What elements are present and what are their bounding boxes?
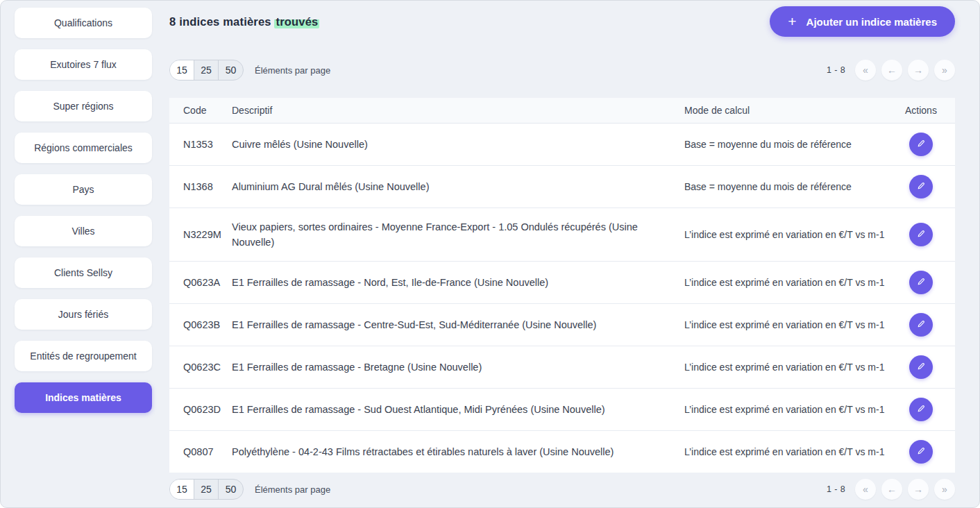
- cell-mode-de-calcul: Base = moyenne du mois de référence: [684, 181, 905, 192]
- previous-page-button[interactable]: ←: [881, 60, 902, 81]
- per-page-label: Éléments par page: [255, 484, 330, 495]
- cell-code: Q0623C: [169, 362, 232, 373]
- sidebar-item-qualifications[interactable]: Qualifications: [15, 8, 152, 38]
- cell-descriptif: Cuivre mêlés (Usine Nouvelle): [232, 126, 684, 163]
- cell-code: N3229M: [169, 229, 232, 240]
- edit-row-button[interactable]: [909, 313, 933, 337]
- double-chevron-right-icon: »: [942, 484, 947, 495]
- last-page-button[interactable]: »: [934, 479, 955, 500]
- first-page-button[interactable]: «: [855, 60, 876, 81]
- table-header-row: Code Descriptif Mode de calcul Actions: [169, 98, 955, 124]
- page-size-25-button[interactable]: 25: [194, 480, 219, 499]
- sidebar-item-jours-feries[interactable]: Jours fériés: [15, 299, 152, 330]
- sidebar-item-exutoires-7-flux[interactable]: Exutoires 7 flux: [15, 49, 152, 80]
- cell-code: Q0807: [169, 446, 232, 457]
- page-size-50-button[interactable]: 50: [219, 480, 243, 499]
- per-page-label: Éléments par page: [255, 65, 330, 76]
- table-row: Q0623A E1 Ferrailles de ramassage - Nord…: [169, 262, 955, 304]
- edit-row-button[interactable]: [909, 223, 933, 246]
- next-page-button[interactable]: →: [908, 60, 929, 81]
- pencil-icon: [916, 403, 927, 416]
- page-size-selector: 15 25 50: [169, 60, 244, 81]
- first-page-button[interactable]: «: [855, 479, 876, 500]
- sidebar-item-indices-matieres[interactable]: Indices matières: [15, 382, 152, 413]
- page-title-highlight: trouvés: [274, 15, 319, 28]
- header-row: 8 indices matières trouvés + Ajouter un …: [169, 6, 955, 37]
- column-header-code: Code: [169, 105, 232, 116]
- sidebar-item-super-regions[interactable]: Super régions: [15, 91, 152, 121]
- table-row: Q0623B E1 Ferrailles de ramassage - Cent…: [169, 304, 955, 346]
- cell-mode-de-calcul: L’indice est exprimé en variation en €/T…: [684, 229, 905, 240]
- table-row: N1368 Aluminium AG Dural mêlés (Usine No…: [169, 166, 955, 208]
- pagination-top: 1 - 8 « ← → »: [827, 60, 955, 81]
- cell-code: N1353: [169, 139, 232, 150]
- edit-row-button[interactable]: [909, 175, 933, 198]
- next-page-button[interactable]: →: [908, 479, 929, 500]
- cell-code: Q0623D: [169, 404, 232, 415]
- indices-table: Code Descriptif Mode de calcul Actions N…: [169, 98, 955, 473]
- table-row: Q0623D E1 Ferrailles de ramassage - Sud …: [169, 389, 955, 431]
- pencil-icon: [916, 276, 927, 289]
- page-size-selector: 15 25 50: [169, 479, 244, 500]
- cell-mode-de-calcul: L’indice est exprimé en variation en €/T…: [684, 319, 905, 330]
- sidebar-item-clients-sellsy[interactable]: Clients Sellsy: [15, 257, 152, 288]
- arrow-right-icon: →: [913, 484, 923, 495]
- cell-code: Q0623B: [169, 319, 232, 330]
- pencil-icon: [916, 138, 927, 151]
- edit-row-button[interactable]: [909, 133, 933, 156]
- page-size-15-button[interactable]: 15: [170, 60, 194, 80]
- cell-descriptif: E1 Ferrailles de ramassage - Sud Ouest A…: [232, 391, 684, 428]
- table-row: N1353 Cuivre mêlés (Usine Nouvelle) Base…: [169, 124, 955, 166]
- page-range-label: 1 - 8: [827, 484, 845, 494]
- page-size-control-bottom: 15 25 50 Éléments par page: [169, 479, 330, 500]
- last-page-button[interactable]: »: [934, 60, 955, 81]
- pencil-icon: [916, 361, 927, 373]
- cell-code: N1368: [169, 181, 232, 192]
- table-row: Q0807 Polyéthylène - 04-2-43 Films rétra…: [169, 431, 955, 473]
- edit-row-button[interactable]: [909, 440, 933, 464]
- sidebar-item-villes[interactable]: Villes: [15, 216, 152, 246]
- add-indice-button[interactable]: + Ajouter un indice matières: [770, 6, 955, 37]
- column-header-mode-de-calcul: Mode de calcul: [684, 105, 905, 116]
- sidebar-item-entites-de-regroupement[interactable]: Entités de regroupement: [15, 341, 152, 371]
- previous-page-button[interactable]: ←: [881, 479, 902, 500]
- cell-mode-de-calcul: L’indice est exprimé en variation en €/T…: [684, 446, 905, 457]
- cell-descriptif: Polyéthylène - 04-2-43 Films rétractabes…: [232, 433, 684, 471]
- page-size-25-button[interactable]: 25: [194, 60, 219, 80]
- cell-mode-de-calcul: Base = moyenne du mois de référence: [684, 139, 905, 150]
- cell-descriptif: E1 Ferrailles de ramassage - Bretagne (U…: [232, 348, 684, 386]
- page-size-50-button[interactable]: 50: [219, 60, 243, 80]
- page-title-text: 8 indices matières: [169, 15, 274, 28]
- edit-row-button[interactable]: [909, 271, 933, 294]
- pencil-icon: [916, 446, 927, 458]
- sidebar-item-pays[interactable]: Pays: [15, 174, 152, 205]
- cell-mode-de-calcul: L’indice est exprimé en variation en €/T…: [684, 277, 905, 288]
- edit-row-button[interactable]: [909, 355, 933, 379]
- cell-descriptif: Vieux papiers, sortes ordinaires - Moyen…: [232, 208, 684, 261]
- cell-code: Q0623A: [169, 277, 232, 288]
- pencil-icon: [916, 319, 927, 331]
- arrow-left-icon: ←: [887, 65, 897, 76]
- pagination-bottom: 1 - 8 « ← → »: [827, 479, 955, 500]
- table-row: N3229M Vieux papiers, sortes ordinaires …: [169, 208, 955, 262]
- page-range-label: 1 - 8: [827, 65, 845, 75]
- page-size-15-button[interactable]: 15: [170, 480, 194, 499]
- double-chevron-left-icon: «: [863, 65, 868, 76]
- cell-descriptif: E1 Ferrailles de ramassage - Centre-Sud-…: [232, 306, 684, 344]
- cell-descriptif: E1 Ferrailles de ramassage - Nord, Est, …: [232, 264, 684, 301]
- page-title: 8 indices matières trouvés: [169, 15, 319, 28]
- arrow-right-icon: →: [913, 65, 923, 76]
- cell-mode-de-calcul: L’indice est exprimé en variation en €/T…: [684, 404, 905, 415]
- double-chevron-left-icon: «: [863, 484, 868, 495]
- column-header-actions: Actions: [905, 105, 955, 116]
- app-window: Qualifications Exutoires 7 flux Super ré…: [0, 0, 980, 508]
- top-controls-row: 15 25 50 Éléments par page 1 - 8 « ← → »: [169, 58, 955, 83]
- table-row: Q0623C E1 Ferrailles de ramassage - Bret…: [169, 346, 955, 389]
- edit-row-button[interactable]: [909, 398, 933, 421]
- sidebar-item-regions-commerciales[interactable]: Régions commerciales: [15, 133, 152, 163]
- plus-icon: +: [788, 14, 796, 28]
- column-header-descriptif: Descriptif: [232, 105, 684, 116]
- pencil-icon: [916, 228, 927, 241]
- double-chevron-right-icon: »: [942, 65, 947, 76]
- bottom-controls-row: 15 25 50 Éléments par page 1 - 8 « ← → »: [169, 477, 955, 502]
